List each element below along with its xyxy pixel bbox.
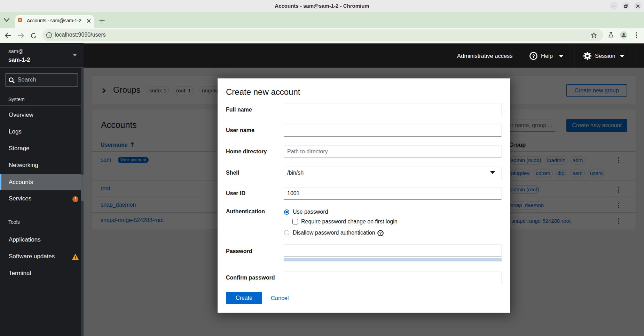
svg-text:?: ?	[379, 231, 382, 235]
svg-text:?: ?	[532, 53, 535, 59]
